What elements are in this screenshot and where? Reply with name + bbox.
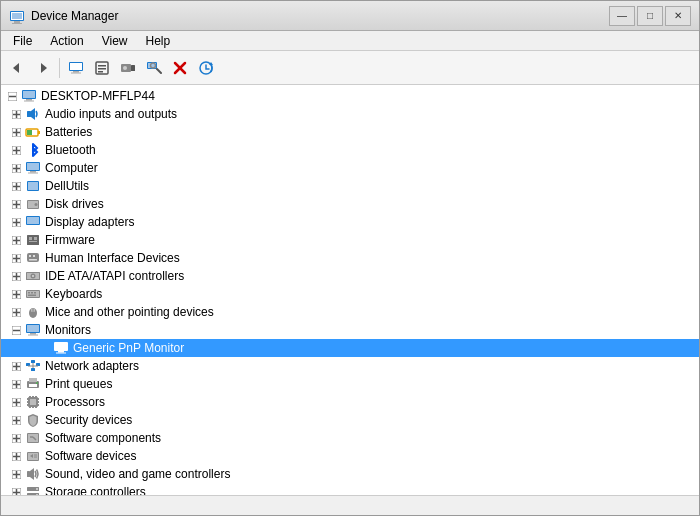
hid-expand[interactable]	[9, 251, 23, 265]
properties-button[interactable]	[90, 56, 114, 80]
driver-button[interactable]	[116, 56, 140, 80]
minimize-button[interactable]: —	[609, 6, 635, 26]
proc-label: Processors	[45, 395, 105, 409]
bluetooth-expand[interactable]	[9, 143, 23, 157]
monitors-expand[interactable]	[9, 323, 23, 337]
sw-comp-expand[interactable]	[9, 431, 23, 445]
svg-rect-4	[12, 13, 22, 19]
device-tree[interactable]: DESKTOP-MFFLP44 Audio inputs and outputs	[1, 85, 699, 495]
svg-rect-129	[29, 378, 37, 382]
tree-item-audio[interactable]: Audio inputs and outputs	[1, 105, 699, 123]
computer-expand[interactable]	[9, 161, 23, 175]
back-button[interactable]	[5, 56, 29, 80]
tree-item-disk[interactable]: Disk drives	[1, 195, 699, 213]
computer-icon	[68, 60, 84, 76]
security-expand[interactable]	[9, 413, 23, 427]
mice-expand[interactable]	[9, 305, 23, 319]
audio-expand[interactable]	[9, 107, 23, 121]
content-area: DESKTOP-MFFLP44 Audio inputs and outputs	[1, 85, 699, 495]
menu-view[interactable]: View	[94, 32, 136, 50]
dellutils-icon	[25, 178, 41, 194]
tree-item-print[interactable]: Print queues	[1, 375, 699, 393]
storage-label: Storage controllers	[45, 485, 146, 495]
tree-item-sound[interactable]: Sound, video and game controllers	[1, 465, 699, 483]
tree-item-network[interactable]: Network adapters	[1, 357, 699, 375]
window-controls: — □ ✕	[609, 6, 691, 26]
forward-button[interactable]	[31, 56, 55, 80]
sound-expand[interactable]	[9, 467, 23, 481]
tree-item-computer[interactable]: Computer	[1, 159, 699, 177]
svg-rect-10	[71, 72, 81, 73]
menu-help[interactable]: Help	[138, 32, 179, 50]
ide-icon	[25, 268, 41, 284]
tree-item-bluetooth[interactable]: Bluetooth	[1, 141, 699, 159]
svg-rect-107	[30, 333, 36, 335]
disk-expand[interactable]	[9, 197, 23, 211]
proc-expand[interactable]	[9, 395, 23, 409]
tree-item-ide[interactable]: IDE ATA/ATAPI controllers	[1, 267, 699, 285]
status-bar	[1, 495, 699, 515]
storage-expand[interactable]	[9, 485, 23, 495]
keyboards-label: Keyboards	[45, 287, 102, 301]
print-expand[interactable]	[9, 377, 23, 391]
keyboards-expand[interactable]	[9, 287, 23, 301]
security-label: Security devices	[45, 413, 132, 427]
close-button[interactable]: ✕	[665, 6, 691, 26]
sw-dev-expand[interactable]	[9, 449, 23, 463]
tree-item-storage[interactable]: Storage controllers	[1, 483, 699, 495]
tree-item-proc[interactable]: Processors	[1, 393, 699, 411]
root-icon	[21, 88, 37, 104]
ide-expand[interactable]	[9, 269, 23, 283]
tree-item-display[interactable]: Display adapters	[1, 213, 699, 231]
batteries-expand[interactable]	[9, 125, 23, 139]
svg-rect-66	[27, 217, 39, 224]
svg-rect-94	[31, 292, 33, 294]
network-expand[interactable]	[9, 359, 23, 373]
tree-item-batteries[interactable]: Batteries	[1, 123, 699, 141]
monitors-label: Monitors	[45, 323, 91, 337]
dellutils-expand[interactable]	[9, 179, 23, 193]
tree-item-sw-dev[interactable]: Software devices	[1, 447, 699, 465]
svg-point-16	[123, 66, 127, 70]
svg-rect-73	[29, 241, 37, 242]
firmware-expand[interactable]	[9, 233, 23, 247]
tree-root[interactable]: DESKTOP-MFFLP44	[1, 87, 699, 105]
update-icon	[198, 60, 214, 76]
tree-item-mice[interactable]: Mice and other pointing devices	[1, 303, 699, 321]
ide-label: IDE ATA/ATAPI controllers	[45, 269, 184, 283]
svg-rect-110	[55, 343, 67, 350]
app-icon	[9, 8, 25, 24]
update-button[interactable]	[194, 56, 218, 80]
title-bar-left: Device Manager	[9, 8, 118, 24]
tree-item-hid[interactable]: Human Interface Devices	[1, 249, 699, 267]
print-label: Print queues	[45, 377, 112, 391]
firmware-label: Firmware	[45, 233, 95, 247]
disk-label: Disk drives	[45, 197, 104, 211]
maximize-button[interactable]: □	[637, 6, 663, 26]
svg-rect-17	[131, 65, 135, 71]
computer-button[interactable]	[64, 56, 88, 80]
display-expand[interactable]	[9, 215, 23, 229]
menu-action[interactable]: Action	[42, 32, 91, 50]
tree-item-keyboards[interactable]: Keyboards	[1, 285, 699, 303]
root-expand[interactable]	[5, 89, 19, 103]
tree-item-monitors[interactable]: Monitors	[1, 321, 699, 339]
svg-point-130	[36, 382, 38, 384]
computer-label: Computer	[45, 161, 98, 175]
tree-item-security[interactable]: Security devices	[1, 411, 699, 429]
svg-rect-2	[12, 23, 22, 24]
svg-rect-48	[27, 163, 39, 170]
tree-item-dellutils[interactable]: DellUtils	[1, 177, 699, 195]
toolbar-sep-1	[59, 58, 60, 78]
remove-button[interactable]	[168, 56, 192, 80]
svg-marker-5	[13, 63, 19, 73]
svg-rect-71	[29, 237, 32, 240]
svg-point-87	[32, 275, 34, 277]
scan-button[interactable]	[142, 56, 166, 80]
tree-item-sw-comp[interactable]: Software components	[1, 429, 699, 447]
menu-file[interactable]: File	[5, 32, 40, 50]
svg-rect-92	[27, 291, 39, 297]
tree-item-firmware[interactable]: Firmware	[1, 231, 699, 249]
security-icon	[25, 412, 41, 428]
tree-item-generic-monitor[interactable]: Generic PnP Monitor	[1, 339, 699, 357]
